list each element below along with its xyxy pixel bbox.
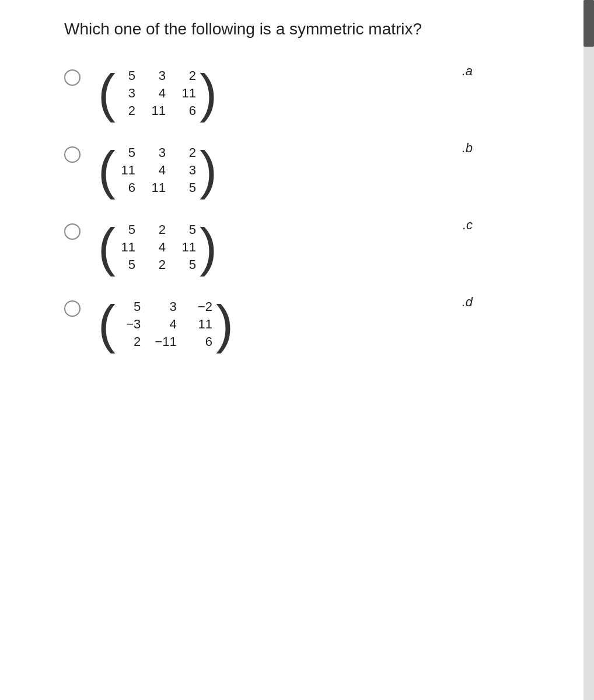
- bracket-right-icon: ): [200, 221, 217, 274]
- bracket-left-icon: (: [98, 144, 116, 197]
- matrix-cell: 3: [149, 145, 166, 160]
- options-list: (53234112116).a(53211436115).b(525114115…: [64, 64, 502, 354]
- matrix-cell: 11: [180, 86, 196, 101]
- radio-d[interactable]: [64, 300, 81, 317]
- matrix-cell: −11: [155, 334, 176, 349]
- option-row-c[interactable]: (52511411525).c: [64, 218, 502, 277]
- matrix-cell: 4: [149, 86, 166, 101]
- matrix-cell: 5: [119, 145, 135, 160]
- matrix-b: (53211436115): [98, 141, 217, 200]
- bracket-left-icon: (: [98, 67, 116, 120]
- option-row-b[interactable]: (53211436115).b: [64, 141, 502, 200]
- matrix-content-d: 53−2−34112−116: [117, 295, 215, 354]
- matrix-cell: 4: [155, 317, 176, 332]
- matrix-cell: 11: [191, 317, 212, 332]
- matrix-cell: 6: [119, 180, 135, 195]
- matrix-content-c: 52511411525: [117, 218, 198, 277]
- matrix-a: (53234112116): [98, 64, 217, 123]
- matrix-cell: 6: [191, 334, 212, 349]
- bracket-right-icon: ): [200, 67, 217, 120]
- matrix-cell: 2: [180, 68, 196, 83]
- bracket-left-icon: (: [98, 221, 116, 274]
- matrix-cell: 4: [149, 163, 166, 178]
- matrix-cell: 3: [149, 68, 166, 83]
- matrix-c: (52511411525): [98, 218, 217, 277]
- option-label-d: .d: [462, 295, 473, 310]
- matrix-cell: 3: [119, 86, 135, 101]
- scrollbar-thumb[interactable]: [583, 0, 594, 47]
- matrix-cell: 11: [119, 240, 135, 255]
- matrix-cell: 2: [149, 257, 166, 272]
- option-label-b: .b: [462, 141, 473, 156]
- question-text: Which one of the following is a symmetri…: [64, 18, 502, 40]
- matrix-cell: 5: [119, 257, 135, 272]
- matrix-cell: 11: [180, 240, 196, 255]
- matrix-d: (53−2−34112−116): [98, 295, 233, 354]
- matrix-cell: 5: [119, 222, 135, 237]
- scrollbar-track[interactable]: [583, 0, 594, 700]
- matrix-cell: 5: [180, 222, 196, 237]
- matrix-cell: 2: [119, 334, 141, 349]
- matrix-cell: 5: [119, 68, 135, 83]
- matrix-content-a: 53234112116: [117, 64, 198, 123]
- matrix-cell: 3: [155, 299, 176, 314]
- radio-c[interactable]: [64, 223, 81, 240]
- option-label-c: .c: [463, 218, 473, 233]
- bracket-right-icon: ): [216, 298, 233, 351]
- radio-b[interactable]: [64, 146, 81, 163]
- option-label-a: .a: [462, 64, 473, 79]
- page-container: Which one of the following is a symmetri…: [0, 0, 525, 377]
- radio-a[interactable]: [64, 69, 81, 86]
- matrix-cell: −2: [191, 299, 212, 314]
- matrix-cell: 4: [149, 240, 166, 255]
- matrix-cell: 2: [149, 222, 166, 237]
- matrix-cell: 11: [149, 180, 166, 195]
- option-row-d[interactable]: (53−2−34112−116).d: [64, 295, 502, 354]
- matrix-cell: 2: [119, 103, 135, 118]
- matrix-cell: 5: [119, 299, 141, 314]
- matrix-content-b: 53211436115: [117, 141, 198, 200]
- matrix-cell: −3: [119, 317, 141, 332]
- bracket-left-icon: (: [98, 298, 116, 351]
- matrix-cell: 11: [149, 103, 166, 118]
- matrix-cell: 2: [180, 145, 196, 160]
- matrix-cell: 11: [119, 163, 135, 178]
- option-row-a[interactable]: (53234112116).a: [64, 64, 502, 123]
- matrix-cell: 5: [180, 257, 196, 272]
- matrix-cell: 6: [180, 103, 196, 118]
- bracket-right-icon: ): [200, 144, 217, 197]
- matrix-cell: 5: [180, 180, 196, 195]
- matrix-cell: 3: [180, 163, 196, 178]
